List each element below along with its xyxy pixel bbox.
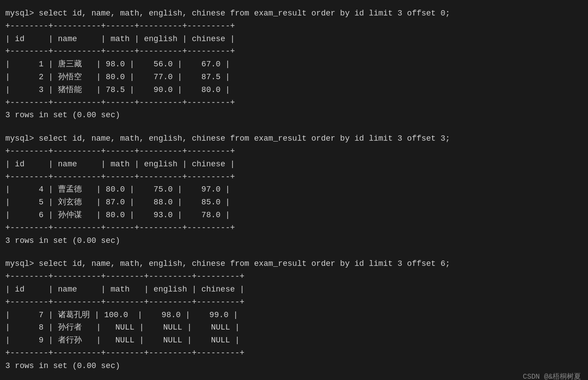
row-3-3: | 9 | 者行孙 | NULL | NULL | NULL | [5, 334, 583, 347]
result-2: 3 rows in set (0.00 sec) [5, 234, 583, 247]
header-1: | id | name | math | english | chinese | [5, 33, 583, 46]
query-block-3: mysql> select id, name, math, english, c… [5, 257, 583, 372]
query-block-1: mysql> select id, name, math, english, c… [5, 7, 583, 122]
command-3: mysql> select id, name, math, english, c… [5, 257, 583, 270]
watermark: CSDN @&梧桐树夏 [523, 372, 581, 380]
terminal-container: mysql> select id, name, math, english, c… [5, 7, 583, 372]
separator-top-3: +--------+----------+--------+---------+… [5, 270, 583, 283]
separator-bot-1: +--------+----------+------+---------+--… [5, 96, 583, 109]
separator-bot-3: +--------+----------+--------+---------+… [5, 347, 583, 360]
result-1: 3 rows in set (0.00 sec) [5, 109, 583, 122]
row-3-1: | 7 | 诸葛孔明 | 100.0 | 98.0 | 99.0 | [5, 309, 583, 322]
separator-mid-2: +--------+----------+------+---------+--… [5, 171, 583, 184]
row-1-3: | 3 | 猪悟能 | 78.5 | 90.0 | 80.0 | [5, 84, 583, 96]
command-2: mysql> select id, name, math, english, c… [5, 132, 583, 145]
separator-top-1: +--------+----------+------+---------+--… [5, 20, 583, 33]
row-1-1: | 1 | 唐三藏 | 98.0 | 56.0 | 67.0 | [5, 58, 583, 71]
row-1-2: | 2 | 孙悟空 | 80.0 | 77.0 | 87.5 | [5, 71, 583, 84]
separator-bot-2: +--------+----------+------+---------+--… [5, 222, 583, 234]
result-3: 3 rows in set (0.00 sec) [5, 360, 583, 372]
header-2: | id | name | math | english | chinese | [5, 158, 583, 171]
row-2-1: | 4 | 曹孟德 | 80.0 | 75.0 | 97.0 | [5, 183, 583, 196]
query-block-2: mysql> select id, name, math, english, c… [5, 132, 583, 247]
row-3-2: | 8 | 孙行者 | NULL | NULL | NULL | [5, 321, 583, 334]
command-1: mysql> select id, name, math, english, c… [5, 7, 583, 20]
separator-mid-3: +--------+----------+--------+---------+… [5, 296, 583, 309]
header-3: | id | name | math | english | chinese | [5, 283, 583, 296]
separator-mid-1: +--------+----------+------+---------+--… [5, 45, 583, 58]
row-2-3: | 6 | 孙仲谋 | 80.0 | 93.0 | 78.0 | [5, 209, 583, 222]
row-2-2: | 5 | 刘玄德 | 87.0 | 88.0 | 85.0 | [5, 196, 583, 209]
separator-top-2: +--------+----------+------+---------+--… [5, 145, 583, 158]
